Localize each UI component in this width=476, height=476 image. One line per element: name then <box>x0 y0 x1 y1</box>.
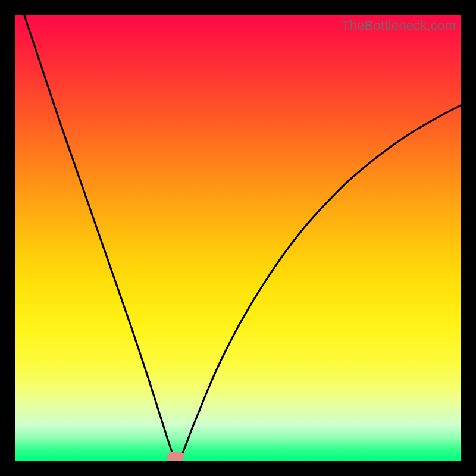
watermark-text: TheBottleneck.com <box>342 18 456 33</box>
chart-plot-area: TheBottleneck.com <box>15 15 461 461</box>
chart-curve <box>15 15 461 461</box>
chart-marker <box>167 452 184 461</box>
chart-frame: TheBottleneck.com <box>0 0 476 476</box>
